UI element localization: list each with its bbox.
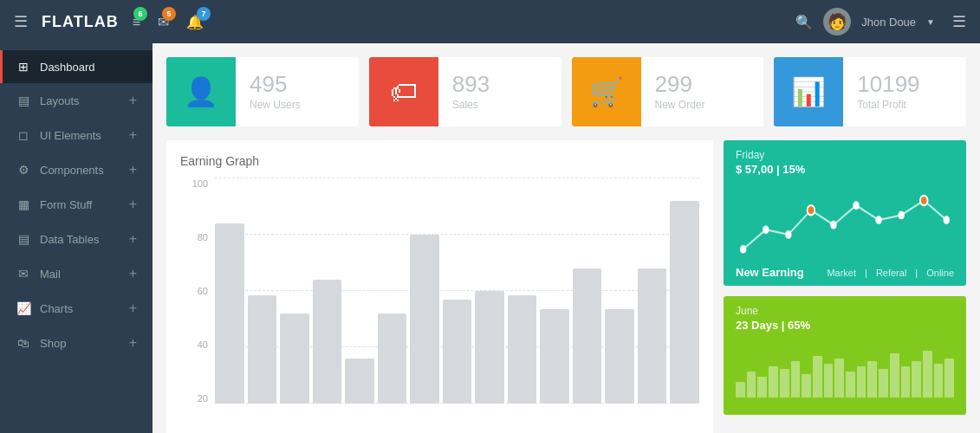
sidebar-plus-charts[interactable]: + <box>129 301 137 316</box>
svg-point-3 <box>808 205 815 215</box>
layouts-nav-icon: ▤ <box>16 94 31 107</box>
widget-amount: $ 57,00 | 15% <box>736 163 954 176</box>
search-icon[interactable]: 🔍 <box>795 14 813 30</box>
y-label: 100 <box>180 178 215 189</box>
widget-links: Market | Referal | Online <box>827 268 954 278</box>
mini-bar <box>879 369 888 397</box>
mini-bar <box>901 366 911 397</box>
main-content: 👤495New Users🏷893Sales🛒299New Order📊1019… <box>153 43 980 433</box>
mini-bar <box>890 353 899 397</box>
charts-nav-icon: 📈 <box>16 301 31 315</box>
sidebar-plus-mail[interactable]: + <box>129 266 137 281</box>
stat-cards: 👤495New Users🏷893Sales🛒299New Order📊1019… <box>166 57 966 126</box>
mini-bar <box>802 374 811 397</box>
bar <box>248 295 277 404</box>
widget-header-earning: Friday $ 57,00 | 15% <box>724 140 966 181</box>
sidebar-item-form-stuff[interactable]: ▦Form Stuff+ <box>0 187 153 222</box>
bar <box>313 280 342 404</box>
svg-point-4 <box>830 221 836 229</box>
bar <box>280 313 309 404</box>
mini-bar <box>824 364 834 397</box>
sidebar-label-charts: Charts <box>40 302 73 315</box>
profit-stat-icon: 📊 <box>774 57 843 126</box>
widget-june-amount: 23 Days | 65% <box>736 319 954 332</box>
sidebar-item-dashboard[interactable]: ⊞Dashboard <box>0 50 153 83</box>
mini-bar <box>923 351 932 397</box>
bar <box>638 268 667 404</box>
sidebar-item-mail[interactable]: ✉Mail+ <box>0 256 153 291</box>
link-market[interactable]: Market <box>827 268 856 278</box>
profit-stat-info: 10199Total Profit <box>843 73 933 111</box>
topnav-right-menu-icon[interactable]: ☰ <box>952 12 966 31</box>
mini-bar <box>747 372 756 397</box>
bar <box>605 309 634 404</box>
ui-elements-nav-icon: ◻ <box>16 128 31 142</box>
widget-line-chart <box>724 181 966 259</box>
mini-bar <box>780 369 789 397</box>
sidebar: ⊞Dashboard▤Layouts+◻UI Elements+⚙Compone… <box>0 43 153 433</box>
line-chart-svg <box>736 181 954 259</box>
sidebar-plus-shop[interactable]: + <box>129 335 137 351</box>
sidebar-plus-layouts[interactable]: + <box>129 93 137 108</box>
users-stat-label: New Users <box>250 99 301 111</box>
svg-point-7 <box>899 211 905 219</box>
form-stuff-nav-icon: ▦ <box>16 197 31 211</box>
svg-point-1 <box>763 226 769 234</box>
orders-stat-label: New Order <box>655 99 705 111</box>
orders-stat-icon: 🛒 <box>572 57 641 126</box>
user-name[interactable]: Jhon Doue <box>861 16 916 29</box>
sidebar-item-components[interactable]: ⚙Components+ <box>0 152 153 187</box>
sidebar-item-data-tables[interactable]: ▤Data Tables+ <box>0 222 153 256</box>
bell-badge: 7 <box>197 7 211 21</box>
sidebar-item-layouts[interactable]: ▤Layouts+ <box>0 83 153 118</box>
top-navigation: ☰ FLATLAB ≡ 6 ✉ 5 🔔 7 🔍 🧑 Jhon Doue ▼ ☰ <box>0 0 980 43</box>
sidebar-item-charts[interactable]: 📈Charts+ <box>0 291 153 326</box>
y-label: 20 <box>180 393 215 404</box>
orders-stat-number: 299 <box>655 73 705 95</box>
widget-day: Friday <box>736 149 954 161</box>
graph-bars <box>215 178 699 404</box>
graph-yaxis: 20406080100 <box>180 178 215 404</box>
sidebar-plus-ui-elements[interactable]: + <box>129 127 137 143</box>
sidebar-plus-components[interactable]: + <box>129 162 137 178</box>
brand-logo: FLATLAB <box>42 13 119 31</box>
dashboard-nav-icon: ⊞ <box>16 60 31 74</box>
sidebar-plus-data-tables[interactable]: + <box>129 231 137 247</box>
sidebar-item-ui-elements[interactable]: ◻UI Elements+ <box>0 118 153 152</box>
sidebar-label-dashboard: Dashboard <box>40 61 95 74</box>
mini-bar <box>791 361 801 397</box>
stat-card-profit: 📊10199Total Profit <box>774 57 966 126</box>
sidebar-label-form-stuff: Form Stuff <box>40 198 92 211</box>
sidebar-item-shop[interactable]: 🛍Shop+ <box>0 326 153 360</box>
mini-bar <box>934 364 944 397</box>
link-online[interactable]: Online <box>926 268 954 278</box>
link-referal[interactable]: Referal <box>876 268 906 278</box>
sidebar-label-data-tables: Data Tables <box>40 233 99 246</box>
hamburger-icon[interactable]: ☰ <box>14 12 28 31</box>
bar <box>345 359 374 404</box>
mail-icon-wrap[interactable]: ✉ 5 <box>158 13 169 31</box>
sidebar-plus-form-stuff[interactable]: + <box>129 197 137 212</box>
widget-june-day: June <box>736 305 954 317</box>
messages-icon-wrap[interactable]: ≡ 6 <box>133 13 140 31</box>
messages-badge: 6 <box>133 7 147 21</box>
y-label: 60 <box>180 286 215 296</box>
mini-bar <box>736 382 745 397</box>
users-stat-number: 495 <box>250 73 301 95</box>
graph-title: Earning Graph <box>180 154 699 168</box>
bar <box>670 201 699 404</box>
earning-widget: Friday $ 57,00 | 15% <box>724 140 966 286</box>
bar <box>378 313 407 404</box>
orders-stat-info: 299New Order <box>641 73 719 111</box>
sales-stat-label: Sales <box>452 99 490 111</box>
user-dropdown-icon[interactable]: ▼ <box>926 17 935 27</box>
charts-row: Earning Graph 20406080100 Friday $ 57,00… <box>166 140 966 433</box>
bell-icon-wrap[interactable]: 🔔 7 <box>186 13 204 31</box>
bar <box>443 300 472 404</box>
stat-card-sales: 🏷893Sales <box>369 57 561 126</box>
topnav-action-icons: ≡ 6 ✉ 5 🔔 7 <box>133 13 204 31</box>
stat-card-orders: 🛒299New Order <box>572 57 764 126</box>
users-stat-info: 495New Users <box>236 73 315 111</box>
mini-bar <box>846 372 855 397</box>
right-widgets: Friday $ 57,00 | 15% <box>724 140 966 433</box>
